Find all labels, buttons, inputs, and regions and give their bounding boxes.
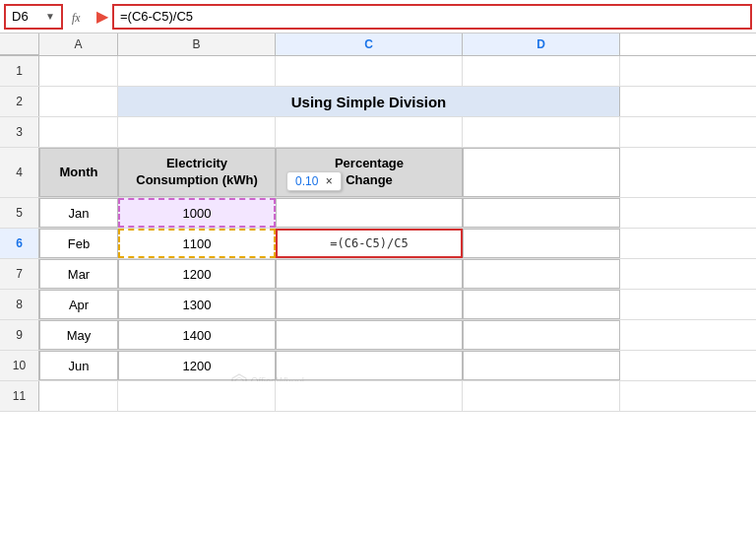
cell-month-jan[interactable]: Jan xyxy=(39,198,118,228)
row-header-3[interactable]: 3 xyxy=(0,117,39,147)
row-header-8[interactable]: 8 xyxy=(0,290,39,319)
cell-a3[interactable] xyxy=(39,117,118,147)
cell-pct-jan[interactable]: 0.10 xyxy=(276,198,463,228)
table-row: 7 Mar 1200 xyxy=(0,259,756,290)
col-header-c[interactable]: C xyxy=(276,33,463,55)
table-row: 1 xyxy=(0,56,756,87)
cell-c3[interactable] xyxy=(276,117,463,147)
table-row: 9 May 1400 xyxy=(0,320,756,351)
grid-body: 1 2 Using Simple Division 3 4 Month xyxy=(0,56,756,412)
cell-d3[interactable] xyxy=(463,117,620,147)
cell-c1[interactable] xyxy=(276,56,463,86)
cell-d11[interactable] xyxy=(463,381,620,411)
cell-pct-apr[interactable] xyxy=(276,290,463,319)
table-row: 4 Month Electricity Consumption (kWh) Pe… xyxy=(0,148,756,198)
col-header-a[interactable]: A xyxy=(39,33,118,55)
cell-reference-box[interactable]: D6 ▼ xyxy=(4,4,63,30)
cell-pct-may[interactable] xyxy=(276,320,463,350)
cell-pct-jun[interactable] xyxy=(276,351,463,380)
col-month-header: Month xyxy=(39,148,118,197)
cell-pct-feb[interactable]: =(C6-C5)/C5 xyxy=(276,229,463,258)
cell-d8[interactable] xyxy=(463,290,620,319)
cell-consumption-jun[interactable]: 1200 OfficeWheel xyxy=(118,351,276,380)
cell-month-feb[interactable]: Feb xyxy=(39,229,118,258)
cell-b1[interactable] xyxy=(118,56,276,86)
table-row: 3 xyxy=(0,117,756,148)
cell-d6[interactable] xyxy=(463,229,620,258)
cell-month-may[interactable]: May xyxy=(39,320,118,350)
row-header-7[interactable]: 7 xyxy=(0,259,39,289)
spreadsheet: A B C D 1 2 Using Simple Division 3 xyxy=(0,33,756,412)
cell-d4[interactable] xyxy=(463,148,620,197)
formula-input[interactable]: =(C6-C5)/C5 xyxy=(112,4,752,30)
col-header-d[interactable]: D xyxy=(463,33,620,55)
spreadsheet-title: Using Simple Division xyxy=(118,87,620,116)
cell-ref-label: D6 xyxy=(12,9,29,24)
cell-consumption-jan[interactable]: 1000 xyxy=(118,198,276,228)
table-row: 10 Jun 1200 OfficeWheel xyxy=(0,351,756,381)
cell-a11[interactable] xyxy=(39,381,118,411)
fx-icon: fx xyxy=(67,8,93,26)
row-header-11[interactable]: 11 xyxy=(0,381,39,411)
col-electricity-header: Electricity Consumption (kWh) xyxy=(118,148,276,197)
row-header-5[interactable]: 5 xyxy=(0,198,39,228)
cell-consumption-mar[interactable]: 1200 xyxy=(118,259,276,289)
cell-c11[interactable] xyxy=(276,381,463,411)
cell-consumption-feb[interactable]: 1100 xyxy=(118,229,276,258)
cell-a2[interactable] xyxy=(39,87,118,116)
row-header-6[interactable]: 6 xyxy=(0,229,39,258)
cell-d5[interactable] xyxy=(463,198,620,228)
cell-month-jun[interactable]: Jun xyxy=(39,351,118,380)
column-headers: A B C D xyxy=(0,33,756,56)
table-row: 2 Using Simple Division xyxy=(0,87,756,117)
tooltip-bubble: 0.10 xyxy=(286,171,342,191)
formula-bar: D6 ▼ fx ▶ =(C6-C5)/C5 xyxy=(0,0,756,33)
cell-b3[interactable] xyxy=(118,117,276,147)
table-row: 8 Apr 1300 xyxy=(0,290,756,320)
cell-a1[interactable] xyxy=(39,56,118,86)
formula-arrow-icon: ▶ xyxy=(96,7,108,26)
corner-cell xyxy=(0,33,39,55)
cell-d1[interactable] xyxy=(463,56,620,86)
table-row: 6 Feb 1100 =(C6-C5)/C5 xyxy=(0,229,756,259)
row-header-9[interactable]: 9 xyxy=(0,320,39,350)
cell-month-mar[interactable]: Mar xyxy=(39,259,118,289)
cell-consumption-apr[interactable]: 1300 xyxy=(118,290,276,319)
cell-ref-dropdown[interactable]: ▼ xyxy=(45,11,55,22)
row-header-1[interactable]: 1 xyxy=(0,56,39,86)
table-row: 11 xyxy=(0,381,756,412)
col-header-b[interactable]: B xyxy=(118,33,276,55)
cell-d7[interactable] xyxy=(463,259,620,289)
cell-pct-mar[interactable] xyxy=(276,259,463,289)
cell-consumption-may[interactable]: 1400 xyxy=(118,320,276,350)
table-row: 5 Jan 1000 0.10 xyxy=(0,198,756,229)
row-header-4[interactable]: 4 xyxy=(0,148,39,197)
cell-b11[interactable] xyxy=(118,381,276,411)
row-header-2[interactable]: 2 xyxy=(0,87,39,116)
row-header-10[interactable]: 10 xyxy=(0,351,39,380)
cell-d9[interactable] xyxy=(463,320,620,350)
cell-d10[interactable] xyxy=(463,351,620,380)
svg-text:fx: fx xyxy=(72,11,81,24)
cell-month-apr[interactable]: Apr xyxy=(39,290,118,319)
